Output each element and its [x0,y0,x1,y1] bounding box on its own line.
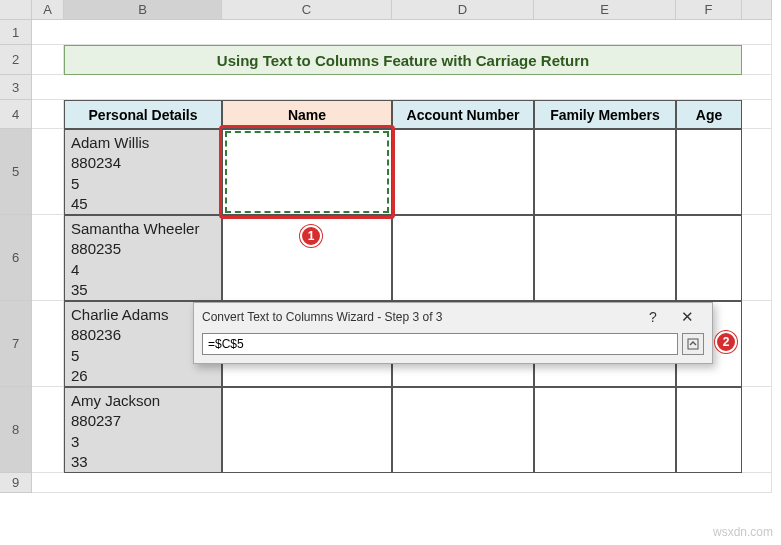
col-header-a[interactable]: A [32,0,64,20]
cell-e8[interactable] [534,387,676,473]
cell-f5[interactable] [676,129,742,215]
cell-e6[interactable] [534,215,676,301]
col-header-e[interactable]: E [534,0,676,20]
watermark: wsxdn.com [713,525,773,539]
callout-badge-2: 2 [715,331,737,353]
cell-f8[interactable] [676,387,742,473]
cell-a1[interactable] [32,20,772,45]
select-all-corner[interactable] [0,0,32,20]
row-header-6[interactable]: 6 [0,215,32,301]
collapse-dialog-button[interactable] [682,333,704,355]
cell-a4[interactable] [32,100,64,129]
header-name[interactable]: Name [222,100,392,129]
spreadsheet-grid: A B C D E F 1 2 Using Text to Columns Fe… [0,0,781,493]
cell-g7[interactable] [742,301,772,387]
cell-b5[interactable]: Adam Willis 880234 5 45 [64,129,222,215]
cell-a7[interactable] [32,301,64,387]
row-header-7[interactable]: 7 [0,301,32,387]
header-account-number[interactable]: Account Number [392,100,534,129]
cell-g2[interactable] [742,45,772,75]
row-header-5[interactable]: 5 [0,129,32,215]
cell-g4[interactable] [742,100,772,129]
cell-a2[interactable] [32,45,64,75]
dialog-title: Convert Text to Columns Wizard - Step 3 … [202,310,636,324]
cell-c8[interactable] [222,387,392,473]
row-header-8[interactable]: 8 [0,387,32,473]
dialog-titlebar[interactable]: Convert Text to Columns Wizard - Step 3 … [194,303,712,331]
header-personal-details[interactable]: Personal Details [64,100,222,129]
cell-b6[interactable]: Samantha Wheeler 880235 4 35 [64,215,222,301]
col-header-blank[interactable] [742,0,772,20]
cell-g5[interactable] [742,129,772,215]
dialog-help-button[interactable]: ? [636,309,670,325]
header-family-members[interactable]: Family Members [534,100,676,129]
callout-badge-1: 1 [300,225,322,247]
col-header-d[interactable]: D [392,0,534,20]
svg-rect-0 [688,339,698,349]
dialog-close-button[interactable]: ✕ [670,308,704,326]
col-header-b[interactable]: B [64,0,222,20]
cell-d8[interactable] [392,387,534,473]
cell-d6[interactable] [392,215,534,301]
row-header-4[interactable]: 4 [0,100,32,129]
row-header-1[interactable]: 1 [0,20,32,45]
row-header-9[interactable]: 9 [0,473,32,493]
cell-b8[interactable]: Amy Jackson 880237 3 33 [64,387,222,473]
cell-d5[interactable] [392,129,534,215]
cell-f6[interactable] [676,215,742,301]
row-header-2[interactable]: 2 [0,45,32,75]
cell-a5[interactable] [32,129,64,215]
col-header-f[interactable]: F [676,0,742,20]
collapse-icon [687,338,699,350]
cell-a8[interactable] [32,387,64,473]
cell-g8[interactable] [742,387,772,473]
dialog-body [194,331,712,363]
cell-c5[interactable] [222,129,392,215]
cell-g6[interactable] [742,215,772,301]
destination-input[interactable] [202,333,678,355]
text-to-columns-dialog: Convert Text to Columns Wizard - Step 3 … [193,302,713,364]
cell-row3[interactable] [32,75,772,100]
cell-row9[interactable] [32,473,772,493]
cell-a6[interactable] [32,215,64,301]
title-cell[interactable]: Using Text to Columns Feature with Carri… [64,45,742,75]
cell-e5[interactable] [534,129,676,215]
row-header-3[interactable]: 3 [0,75,32,100]
col-header-c[interactable]: C [222,0,392,20]
header-age[interactable]: Age [676,100,742,129]
